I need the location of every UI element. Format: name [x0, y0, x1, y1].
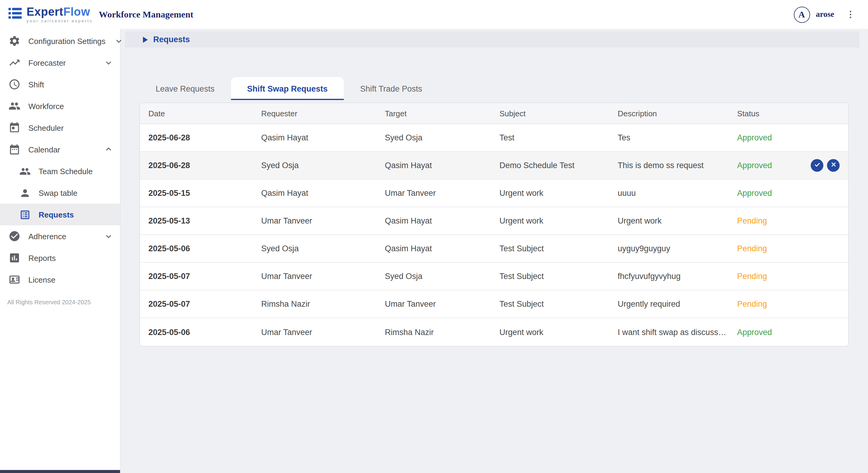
status-cell: Pending	[728, 244, 848, 253]
table-row[interactable]: 2025-05-07 Umar Tanveer Syed Osja Test S…	[140, 263, 848, 291]
tab-shift-trade-posts[interactable]: Shift Trade Posts	[344, 77, 438, 100]
status-cell: Pending	[728, 216, 848, 225]
description-cell: Urgent work	[609, 216, 728, 225]
subject-cell: Test Subject	[491, 272, 609, 281]
description-cell: Tes	[609, 133, 728, 142]
people-icon	[8, 100, 21, 112]
tab-label: Shift Trade Posts	[360, 84, 422, 93]
target-cell: Syed Osja	[376, 272, 491, 281]
status-text: Approved	[737, 189, 772, 198]
column-header-requester: Requester	[253, 109, 376, 118]
sidebar-item-configuration-settings[interactable]: Configuration Settings	[0, 30, 120, 52]
sidebar-item-workforce[interactable]: Workforce	[0, 95, 120, 117]
status-cell: Approved	[728, 328, 848, 337]
sidebar-item-adherence[interactable]: Adherence	[0, 225, 120, 247]
bar-chart-icon	[8, 252, 21, 264]
table-header-row: Date Requester Target Subject Descriptio…	[140, 103, 848, 124]
sidebar-item-shift[interactable]: Shift	[0, 73, 120, 95]
status-cell: Approved	[728, 133, 848, 142]
row-actions	[811, 152, 840, 179]
table-row[interactable]: 2025-05-06 Umar Tanveer Rimsha Nazir Urg…	[140, 318, 848, 346]
table-row[interactable]: 2025-06-28 Syed Osja Qasim Hayat Demo Sc…	[140, 152, 848, 179]
status-cell: Pending	[728, 272, 848, 281]
sidebar-item-label: Forecaster	[28, 58, 66, 67]
status-text: Pending	[737, 244, 767, 253]
status-text: Approved	[737, 161, 772, 170]
tab-leave-requests[interactable]: Leave Requests	[140, 77, 231, 100]
sidebar-item-forecaster[interactable]: Forecaster	[0, 52, 120, 73]
status-text: Pending	[737, 272, 767, 281]
target-cell: Qasim Hayat	[376, 161, 491, 170]
sidebar-item-team-schedule[interactable]: Team Schedule	[0, 160, 120, 182]
table-row[interactable]: 2025-05-13 Umar Tanveer Qasim Hayat Urge…	[140, 207, 848, 235]
status-text: Approved	[737, 328, 772, 337]
sidebar-item-label: Workforce	[28, 102, 64, 110]
header-right: A arose	[794, 6, 857, 23]
subject-cell: Test Subject	[491, 300, 609, 308]
sidebar-item-label: Swap table	[39, 188, 78, 197]
description-cell: I want shift swap as discussed...	[609, 328, 728, 337]
subject-cell: Urgent work	[491, 189, 609, 198]
sidebar-item-scheduler[interactable]: Scheduler	[0, 117, 120, 139]
requester-cell: Umar Tanveer	[253, 272, 376, 281]
table-row[interactable]: 2025-05-07 Rimsha Nazir Umar Tanveer Tes…	[140, 291, 848, 318]
reject-request-button[interactable]	[827, 159, 840, 172]
sidebar: Configuration Settings Forecaster Shift	[0, 29, 121, 473]
description-cell: uuuu	[609, 189, 728, 198]
description-cell: fhcfyuvufgyvyhug	[609, 272, 728, 281]
people-icon	[19, 165, 31, 177]
expand-triangle-icon	[143, 36, 148, 42]
kebab-menu-icon[interactable]	[844, 8, 857, 21]
sidebar-item-label: Team Schedule	[39, 167, 93, 176]
sidebar-item-license[interactable]: License	[0, 269, 120, 291]
chevron-down-icon	[103, 57, 114, 68]
requester-cell: Qasim Hayat	[253, 189, 376, 198]
breadcrumb[interactable]: Requests	[125, 31, 860, 47]
app-window: ExpertFlow your callcenter experts Workf…	[0, 0, 868, 473]
logo-tagline: your callcenter experts	[27, 19, 93, 23]
requester-cell: Syed Osja	[253, 244, 376, 253]
column-header-status: Status	[728, 109, 848, 118]
date-cell: 2025-05-13	[140, 216, 253, 225]
tab-shift-swap-requests[interactable]: Shift Swap Requests	[231, 77, 344, 100]
main-content: Requests Leave Requests Shift Swap Reque…	[121, 29, 868, 473]
table-row[interactable]: 2025-06-28 Qasim Hayat Syed Osja Test Te…	[140, 124, 848, 152]
table-row[interactable]: 2025-05-15 Qasim Hayat Umar Tanveer Urge…	[140, 179, 848, 207]
app-header: ExpertFlow your callcenter experts Workf…	[0, 0, 868, 29]
table-row[interactable]: 2025-05-06 Syed Osja Qasim Hayat Test Su…	[140, 235, 848, 263]
target-cell: Qasim Hayat	[376, 216, 491, 225]
sidebar-item-label: Configuration Settings	[28, 36, 105, 45]
body-row: Configuration Settings Forecaster Shift	[0, 29, 868, 473]
app-title: Workforce Management	[99, 9, 194, 20]
subject-cell: Demo Schedule Test	[491, 161, 609, 170]
expertflow-logo-icon	[7, 5, 23, 24]
subject-cell: Test	[491, 133, 609, 142]
tab-bar: Leave Requests Shift Swap Requests Shift…	[140, 77, 868, 100]
column-header-target: Target	[376, 109, 491, 118]
description-cell: This is demo ss request	[609, 161, 728, 170]
approve-request-button[interactable]	[811, 159, 824, 172]
description-cell: Urgently required	[609, 300, 728, 308]
sidebar-item-swap-table[interactable]: Swap table	[0, 182, 120, 204]
target-cell: Rimsha Nazir	[376, 328, 491, 337]
copyright-text: All Rights Reserved 2024-2025	[0, 291, 120, 305]
expertflow-logo[interactable]: ExpertFlow your callcenter experts	[7, 5, 93, 24]
date-cell: 2025-05-15	[140, 189, 253, 198]
sidebar-scrollbar[interactable]	[0, 470, 120, 473]
avatar[interactable]: A	[794, 6, 810, 23]
requester-cell: Umar Tanveer	[253, 328, 376, 337]
requester-cell: Syed Osja	[253, 161, 376, 170]
check-icon	[813, 161, 820, 170]
avatar-initial: A	[798, 9, 805, 20]
sidebar-item-reports[interactable]: Reports	[0, 247, 120, 269]
date-cell: 2025-05-06	[140, 328, 253, 337]
logo-text: ExpertFlow your callcenter experts	[27, 6, 93, 23]
subject-cell: Urgent work	[491, 328, 609, 337]
sidebar-item-calendar[interactable]: Calendar	[0, 139, 120, 160]
sidebar-item-requests[interactable]: Requests	[0, 204, 120, 225]
sidebar-item-label: Scheduler	[28, 123, 64, 132]
status-text: Pending	[737, 300, 767, 308]
sidebar-item-label: License	[28, 275, 56, 284]
column-header-subject: Subject	[491, 109, 609, 118]
target-cell: Syed Osja	[376, 133, 491, 142]
